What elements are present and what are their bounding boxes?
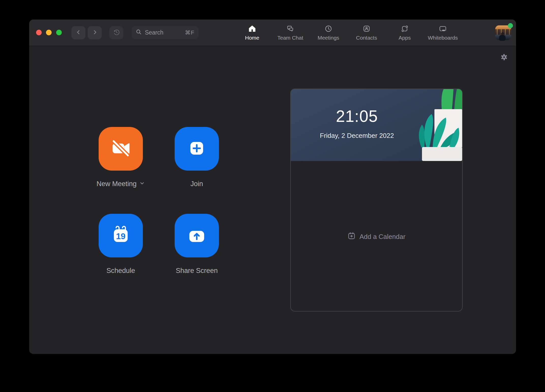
add-calendar-link[interactable]: Add a Calendar [291, 232, 462, 242]
tab-whiteboards[interactable]: Whiteboards [424, 20, 462, 46]
main-nav-tabs: Home Team Chat Meetings [233, 20, 462, 46]
arrow-up-icon [184, 222, 209, 249]
tab-label: Home [245, 35, 259, 41]
chevron-down-icon[interactable] [139, 180, 145, 188]
settings-gear-icon[interactable] [501, 54, 508, 61]
tab-contacts[interactable]: Contacts [347, 20, 386, 46]
add-calendar-label: Add a Calendar [359, 233, 405, 241]
title-bar: Search ⌘F Home [29, 20, 516, 46]
back-button[interactable] [71, 26, 85, 39]
tab-meetings[interactable]: Meetings [309, 20, 347, 46]
forward-button[interactable] [88, 26, 102, 39]
tab-label: Meetings [317, 35, 339, 41]
share-screen-action: Share Screen [175, 214, 219, 275]
user-avatar[interactable] [495, 25, 511, 40]
zoom-app-window: Search ⌘F Home [29, 20, 516, 354]
join-label: Join [190, 180, 203, 188]
history-clock-icon [113, 29, 120, 37]
tab-label: Whiteboards [428, 35, 458, 41]
share-screen-button[interactable] [175, 214, 219, 257]
tab-home[interactable]: Home [233, 20, 271, 46]
schedule-button[interactable]: 19 [99, 214, 143, 257]
tab-apps[interactable]: Apps [386, 20, 424, 46]
fullscreen-window-button[interactable] [56, 30, 62, 35]
home-content: New Meeting Join [29, 46, 516, 354]
schedule-label: Schedule [107, 267, 135, 275]
home-icon [248, 25, 256, 32]
new-meeting-button[interactable] [99, 127, 143, 171]
minimize-window-button[interactable] [46, 30, 52, 35]
close-window-button[interactable] [36, 30, 42, 35]
schedule-action: 19 Schedule [99, 214, 143, 275]
contact-card-icon [363, 25, 370, 32]
whiteboard-icon [439, 25, 447, 32]
join-action: Join [175, 127, 219, 188]
plant-illustration [403, 89, 462, 161]
chevron-right-icon [92, 29, 98, 36]
clock-panel: 21:05 Friday, 2 December 2022 [291, 89, 462, 161]
search-shortcut: ⌘F [185, 29, 194, 36]
chevron-left-icon [75, 29, 82, 36]
tab-label: Contacts [356, 35, 377, 41]
share-screen-label: Share Screen [176, 267, 218, 275]
calendar-plus-icon [347, 232, 356, 242]
tab-label: Team Chat [277, 35, 303, 41]
chat-bubbles-icon [286, 25, 294, 32]
tab-team-chat[interactable]: Team Chat [271, 20, 309, 46]
apps-icon [401, 25, 408, 32]
search-icon [136, 29, 142, 37]
search-input[interactable]: Search ⌘F [132, 26, 199, 39]
calendar-panel: 21:05 Friday, 2 December 2022 [290, 89, 463, 312]
search-placeholder: Search [145, 29, 163, 36]
new-meeting-label: New Meeting [97, 180, 137, 188]
clock-icon [325, 25, 332, 32]
plus-icon [184, 136, 209, 162]
video-camera-off-icon [108, 136, 133, 162]
calendar-icon: 19 [108, 222, 133, 249]
status-online-dot [508, 23, 513, 28]
new-meeting-action: New Meeting [99, 127, 143, 188]
history-button[interactable] [109, 26, 123, 39]
calendar-day-number: 19 [116, 232, 125, 241]
tab-label: Apps [399, 35, 411, 41]
join-button[interactable] [175, 127, 219, 171]
